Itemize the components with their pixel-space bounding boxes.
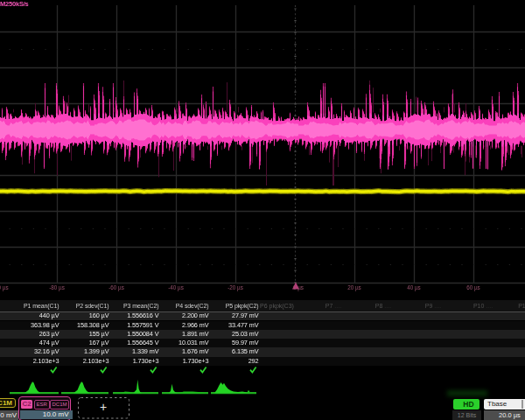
svg-text:-40 µs: -40 µs (168, 284, 184, 291)
svg-text:60 µs: 60 µs (466, 284, 480, 291)
svg-text:20 µs: 20 µs (347, 284, 361, 291)
svg-text:0 µs: 0 µs (293, 284, 304, 291)
svg-text:40 µs: 40 µs (407, 284, 421, 291)
svg-text:-100 µs: -100 µs (0, 284, 9, 291)
svg-text:-80 µs: -80 µs (49, 284, 65, 291)
svg-text:-20 µs: -20 µs (228, 284, 243, 291)
svg-text:-60 µs: -60 µs (108, 284, 124, 291)
